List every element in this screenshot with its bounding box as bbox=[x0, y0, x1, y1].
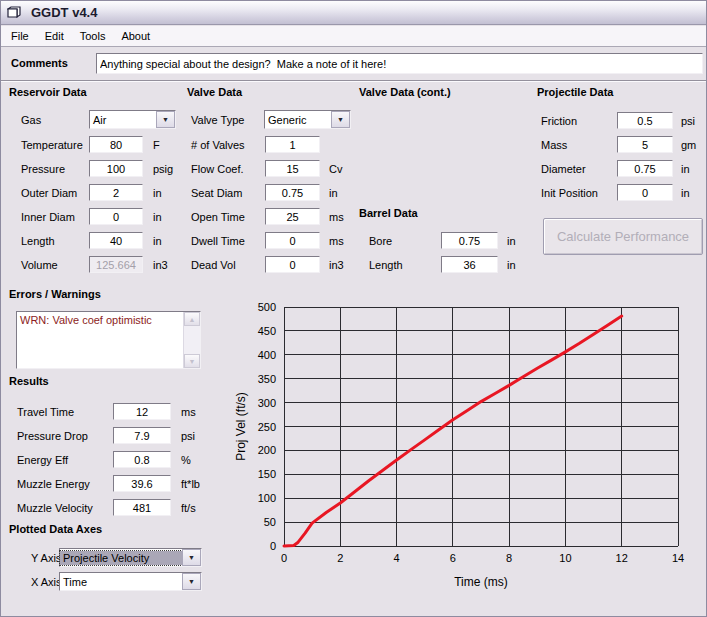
pressure-drop-input[interactable] bbox=[113, 427, 171, 444]
valve-type-select[interactable]: Generic▼ bbox=[264, 110, 351, 129]
valve-type-label: Valve Type bbox=[191, 114, 244, 126]
plotted-axes-header: Plotted Data Axes bbox=[9, 523, 102, 535]
muzzle-energy-input[interactable] bbox=[113, 475, 171, 492]
comments-label: Comments bbox=[11, 57, 68, 69]
gas-select-value: Air bbox=[90, 113, 156, 127]
energy-eff-unit: % bbox=[181, 454, 191, 466]
length-input[interactable] bbox=[89, 232, 143, 249]
length-unit: in bbox=[153, 235, 162, 247]
muzzle-velocity-label: Muzzle Velocity bbox=[17, 502, 93, 514]
gas-label: Gas bbox=[21, 114, 41, 126]
temperature-label: Temperature bbox=[21, 139, 83, 151]
menu-item-edit[interactable]: Edit bbox=[43, 28, 66, 44]
of-valves-input[interactable] bbox=[265, 136, 320, 153]
y-axis-select-value: Projectile Velocity bbox=[60, 551, 182, 565]
calculate-performance-button[interactable]: Calculate Performance bbox=[543, 218, 703, 255]
pressure-label: Pressure bbox=[21, 163, 65, 175]
chevron-down-icon[interactable]: ▼ bbox=[182, 573, 201, 590]
dwell-time-input[interactable] bbox=[265, 232, 320, 249]
y-axis-label: Y Axis bbox=[31, 552, 61, 564]
inner-diam-input[interactable] bbox=[89, 208, 143, 225]
scroll-up-icon[interactable]: ▲ bbox=[184, 312, 200, 326]
outer-diam-input[interactable] bbox=[89, 184, 143, 201]
open-time-unit: ms bbox=[329, 211, 344, 223]
performance-chart: 0501001502002503003504004505000246810121… bbox=[229, 289, 701, 615]
dead-vol-label: Dead Vol bbox=[191, 259, 236, 271]
of-valves-label: # of Valves bbox=[191, 139, 245, 151]
energy-eff-label: Energy Eff bbox=[17, 454, 68, 466]
muzzle-velocity-input[interactable] bbox=[113, 499, 171, 516]
barrel-header: Barrel Data bbox=[359, 207, 418, 219]
length-input[interactable] bbox=[441, 256, 498, 273]
muzzle-energy-unit: ft*lb bbox=[181, 478, 200, 490]
dead-vol-input[interactable] bbox=[265, 256, 320, 273]
pressure-input[interactable] bbox=[89, 160, 143, 177]
svg-text:12: 12 bbox=[616, 552, 628, 564]
menubar: FileEditToolsAbout bbox=[1, 26, 706, 47]
warning-message: WRN: Valve coef optimistic bbox=[20, 314, 152, 326]
inner-diam-label: Inner Diam bbox=[21, 211, 75, 223]
temperature-unit: F bbox=[153, 139, 160, 151]
menu-item-about[interactable]: About bbox=[119, 28, 152, 44]
valve-header: Valve Data bbox=[187, 86, 242, 98]
comments-input[interactable] bbox=[96, 53, 703, 74]
errors-header: Errors / Warnings bbox=[9, 288, 101, 300]
svg-text:2: 2 bbox=[337, 552, 343, 564]
results-header: Results bbox=[9, 375, 49, 387]
length-unit: in bbox=[507, 259, 516, 271]
flow-coef-input[interactable] bbox=[265, 160, 320, 177]
chevron-down-icon[interactable]: ▼ bbox=[156, 111, 175, 128]
diameter-label: Diameter bbox=[541, 163, 586, 175]
friction-label: Friction bbox=[541, 115, 577, 127]
seat-diam-input[interactable] bbox=[265, 184, 320, 201]
valve-cont-header: Valve Data (cont.) bbox=[359, 86, 451, 98]
mass-label: Mass bbox=[541, 139, 567, 151]
pressure-drop-label: Pressure Drop bbox=[17, 430, 88, 442]
length-label: Length bbox=[369, 259, 403, 271]
init-position-input[interactable] bbox=[617, 184, 673, 201]
volume-label: Volume bbox=[21, 259, 58, 271]
comments-divider bbox=[1, 80, 706, 82]
mass-input[interactable] bbox=[617, 136, 673, 153]
svg-text:250: 250 bbox=[258, 421, 276, 433]
volume-input[interactable] bbox=[89, 256, 143, 273]
svg-text:50: 50 bbox=[264, 516, 276, 528]
temperature-input[interactable] bbox=[89, 136, 143, 153]
gas-select[interactable]: Air▼ bbox=[89, 110, 176, 129]
scroll-down-icon[interactable]: ▼ bbox=[184, 354, 200, 368]
svg-text:0: 0 bbox=[281, 552, 287, 564]
bore-unit: in bbox=[507, 235, 516, 247]
svg-text:Proj Vel (ft/s): Proj Vel (ft/s) bbox=[234, 392, 248, 461]
travel-time-unit: ms bbox=[181, 406, 196, 418]
dwell-time-label: Dwell Time bbox=[191, 235, 245, 247]
projectile-header: Projectile Data bbox=[537, 86, 613, 98]
chevron-down-icon[interactable]: ▼ bbox=[331, 111, 350, 128]
x-axis-label: X Axis bbox=[31, 576, 62, 588]
flow-coef-label: Flow Coef. bbox=[191, 163, 244, 175]
pressure-drop-unit: psi bbox=[181, 430, 195, 442]
svg-text:300: 300 bbox=[258, 397, 276, 409]
y-axis-select[interactable]: Projectile Velocity▼ bbox=[59, 548, 202, 567]
titlebar[interactable]: GGDT v4.4 bbox=[1, 1, 706, 25]
chevron-down-icon[interactable]: ▼ bbox=[182, 549, 201, 566]
svg-text:4: 4 bbox=[394, 552, 400, 564]
muzzle-energy-label: Muzzle Energy bbox=[17, 478, 90, 490]
energy-eff-input[interactable] bbox=[113, 451, 171, 468]
valve-type-select-value: Generic bbox=[265, 113, 331, 127]
svg-text:200: 200 bbox=[258, 444, 276, 456]
x-axis-select[interactable]: Time▼ bbox=[59, 572, 202, 591]
errors-listbox[interactable]: WRN: Valve coef optimistic ▲ ▼ bbox=[16, 311, 201, 369]
friction-input[interactable] bbox=[617, 112, 673, 129]
svg-text:8: 8 bbox=[506, 552, 512, 564]
init-position-unit: in bbox=[681, 187, 690, 199]
diameter-input[interactable] bbox=[617, 160, 673, 177]
bore-input[interactable] bbox=[441, 232, 498, 249]
errors-scrollbar[interactable]: ▲ ▼ bbox=[183, 312, 200, 368]
travel-time-input[interactable] bbox=[113, 403, 171, 420]
open-time-input[interactable] bbox=[265, 208, 320, 225]
flow-coef-unit: Cv bbox=[329, 163, 342, 175]
seat-diam-unit: in bbox=[329, 187, 338, 199]
length-label: Length bbox=[21, 235, 55, 247]
menu-item-tools[interactable]: Tools bbox=[78, 28, 108, 44]
menu-item-file[interactable]: File bbox=[9, 28, 31, 44]
